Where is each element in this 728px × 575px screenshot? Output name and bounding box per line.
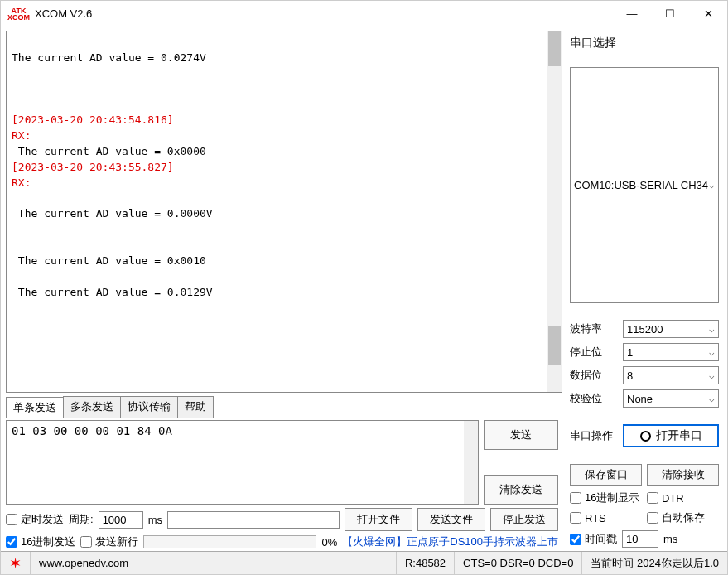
timestamp-input[interactable] [622,530,658,548]
period-label: 周期: [69,512,94,527]
rts-checkbox[interactable]: RTS [570,510,642,525]
close-button[interactable]: ✕ [689,2,727,27]
clear-send-button[interactable]: 清除发送 [484,475,558,505]
file-path-input[interactable] [167,511,340,529]
timestamp-ms-label: ms [663,533,677,545]
progress-percent: 0% [321,536,337,548]
autosave-checkbox[interactable]: 自动保存 [647,510,719,525]
rx-line: The current AD value = 0.0274V [12,51,206,64]
port-status-icon [640,431,651,442]
send-newline-checkbox[interactable]: 发送新行 [80,534,138,549]
status-url[interactable]: www.openedv.com [31,552,137,574]
baud-label: 波特率 [570,321,618,336]
send-button[interactable]: 发送 [484,420,558,450]
tab-help[interactable]: 帮助 [177,396,214,418]
open-port-button[interactable]: 打开串口 [623,424,719,447]
stop-send-button[interactable]: 停止发送 [490,508,558,531]
ms-label: ms [148,514,162,526]
tx-scrollbar[interactable] [464,421,478,504]
baud-select[interactable]: 115200 [623,320,719,338]
maximize-button[interactable]: ☐ [651,2,689,27]
status-r: R:48582 [397,552,455,574]
progress-bar [143,535,316,548]
rx-line: The current AD value = 0.0000V [12,207,213,220]
window-title: XCOM V2.6 [35,7,613,20]
send-tabs: 单条发送 多条发送 协议传输 帮助 [6,396,558,418]
promo-link[interactable]: 【火爆全网】正点原子DS100手持示波器上市 [342,534,558,549]
minimize-button[interactable]: — [613,2,651,27]
stopbits-select[interactable]: 1 [623,343,719,361]
rx-marker: RX: [12,129,31,142]
receive-textarea[interactable]: The current AD value = 0.0274V [2023-03-… [6,31,562,393]
period-input[interactable] [99,511,143,529]
rx-marker: RX: [12,176,31,189]
rx-line: The current AD value = 0.0129V [12,286,213,298]
tab-single-send[interactable]: 单条发送 [6,397,64,418]
hex-send-checkbox[interactable]: 16进制发送 [6,534,75,549]
parity-label: 校验位 [570,391,618,406]
status-cts: CTS=0 DSR=0 DCD=0 [455,552,582,574]
app-logo: ATKXCOM [7,7,30,21]
timestamp-checkbox[interactable]: 时间戳 [570,532,617,547]
settings-icon[interactable]: ✶ [1,552,31,574]
send-file-button[interactable]: 发送文件 [417,508,485,531]
databits-select[interactable]: 8 [623,366,719,384]
open-file-button[interactable]: 打开文件 [345,508,412,531]
status-tail: 当前时间 2024你走以后1.0 [582,552,727,574]
rx-timestamp: [2023-03-20 20:43:54.816] [12,114,174,126]
port-op-label: 串口操作 [570,428,618,443]
databits-label: 数据位 [570,368,618,383]
clear-receive-button[interactable]: 清除接收 [647,464,719,486]
send-textarea[interactable]: 01 03 00 00 00 01 84 0A [6,420,479,505]
rx-line: The current AD value = 0x0010 [12,254,206,267]
tab-protocol[interactable]: 协议传输 [120,396,178,418]
port-select[interactable]: COM10:USB-SERIAL CH34 [570,67,719,303]
stopbits-label: 停止位 [570,345,618,360]
rx-scrollbar[interactable] [547,31,562,392]
port-section-title: 串口选择 [570,36,719,51]
rx-line: The current AD value = 0x0000 [12,145,206,157]
hex-display-checkbox[interactable]: 16进制显示 [570,490,642,505]
tab-multi-send[interactable]: 多条发送 [63,396,121,418]
titlebar: ATKXCOM XCOM V2.6 — ☐ ✕ [1,1,727,27]
save-window-button[interactable]: 保存窗口 [570,464,642,486]
parity-select[interactable]: None [623,389,719,408]
timed-send-checkbox[interactable]: 定时发送 [6,512,64,527]
statusbar: ✶ www.openedv.com R:48582 CTS=0 DSR=0 DC… [1,551,727,574]
rx-timestamp: [2023-03-20 20:43:55.827] [12,161,174,173]
dtr-checkbox[interactable]: DTR [647,490,719,505]
tx-content: 01 03 00 00 00 01 84 0A [12,424,172,437]
